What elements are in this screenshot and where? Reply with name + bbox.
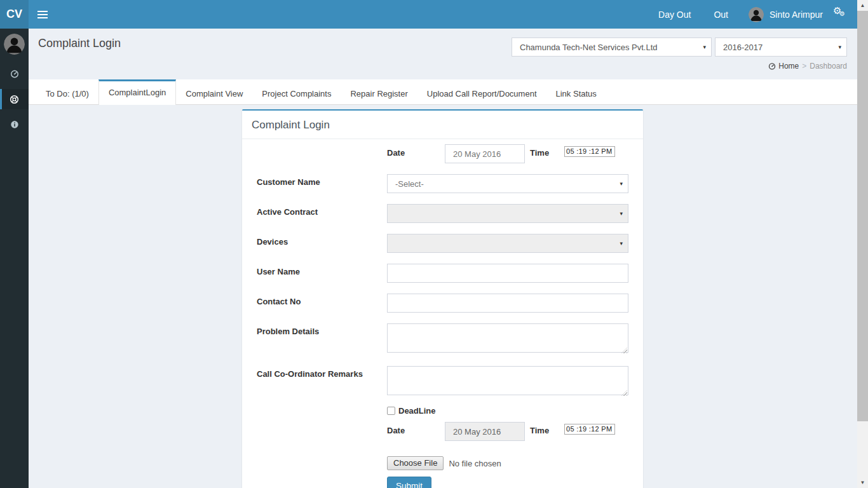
user-name-row: User Name [257,264,628,283]
problem-details-label: Problem Details [257,323,387,355]
date-time-row: Date Time 05 :19 :12 PM [387,144,628,163]
user-name-label: User Name [257,264,387,283]
time-label: Time [530,144,564,158]
chevron-down-icon: ▾ [620,180,623,187]
user-menu[interactable]: Sinto Arimpur [740,0,832,29]
deadline-checkbox[interactable] [387,407,395,415]
tab-link-status[interactable]: Link Status [546,79,606,105]
tab-bar: To Do: (1/0) ComplaintLogin Complaint Vi… [29,79,857,105]
sidebar-item-dashboard[interactable] [0,64,29,84]
deadline-date-time-row: Date Time 05 :19 :12 PM [387,422,628,441]
contact-no-input[interactable] [387,294,628,313]
company-select-value: Chamunda Tech-Net Services Pvt.Ltd [520,43,658,52]
chevron-down-icon: ▾ [620,210,623,217]
file-upload-row: Choose File No file chosen [387,456,628,470]
chevron-down-icon: ▾ [838,44,841,50]
sidebar-item-info[interactable] [0,114,29,135]
breadcrumb-current: Dashboard [810,62,847,71]
contact-no-row: Contact No [257,294,628,313]
choose-file-button[interactable]: Choose File [387,456,444,470]
date-input[interactable] [445,144,525,163]
contact-no-label: Contact No [257,294,387,313]
app-logo[interactable]: CV [0,0,29,29]
main-content: Complaint Login Chamunda Tech-Net Servic… [29,29,857,488]
deadline-date-label: Date [387,422,424,435]
breadcrumb: Home > Dashboard [768,62,847,71]
sidebar [0,29,29,488]
info-icon [10,120,19,129]
deadline-time-label: Time [530,422,564,435]
scroll-up-arrow-icon[interactable]: ▲ [857,0,868,11]
tab-repair-register[interactable]: Repair Register [341,79,417,105]
submit-row: Submit [387,477,628,488]
date-label: Date [387,144,424,158]
active-contract-row: Active Contract ▾ [257,204,628,223]
app-root: CV Day Out Out Sinto Arimpur ⚙ ⚙ [0,0,868,488]
dashboard-icon [768,62,776,70]
customer-name-select-value: -Select- [395,179,424,189]
user-name: Sinto Arimpur [770,10,823,20]
breadcrumb-home-label: Home [778,62,799,71]
vertical-scrollbar[interactable]: ▲ ▼ [857,0,868,488]
customer-name-row: Customer Name -Select- ▾ [257,174,628,193]
problem-details-textarea[interactable] [387,323,628,353]
sidebar-toggle-button[interactable] [29,0,57,29]
devices-select: ▾ [387,234,628,253]
settings-button[interactable]: ⚙ ⚙ [832,0,850,29]
breadcrumb-separator: > [802,62,806,71]
active-contract-select: ▾ [387,204,628,223]
navbar-right: Day Out Out Sinto Arimpur ⚙ ⚙ [647,0,850,29]
time-widget[interactable]: 05 :19 :12 PM [564,146,615,157]
tab-todo[interactable]: To Do: (1/0) [36,79,98,105]
submit-button[interactable]: Submit [387,477,431,488]
hamburger-icon [37,11,48,18]
remarks-textarea[interactable] [387,366,628,395]
active-contract-label: Active Contract [257,204,387,223]
customer-name-select[interactable]: -Select- ▾ [387,174,628,193]
sidebar-avatar[interactable] [4,34,25,55]
day-out-link[interactable]: Day Out [647,0,702,29]
remarks-row: Call Co-Ordinator Remarks [257,366,628,398]
gear-small-icon: ⚙ [839,10,845,17]
chevron-down-icon: ▾ [703,44,706,50]
devices-label: Devices [257,234,387,253]
scroll-down-arrow-icon[interactable]: ▼ [857,477,868,488]
out-link[interactable]: Out [702,0,740,29]
user-name-input[interactable] [387,264,628,283]
file-status-text: No file chosen [449,459,501,468]
financial-year-select[interactable]: 2016-2017 ▾ [715,37,847,57]
customer-name-label: Customer Name [257,174,387,193]
complaint-login-panel: Complaint Login Date Time 05 :19 :12 PM … [242,109,643,488]
breadcrumb-home-link[interactable]: Home [768,62,799,71]
top-navbar: CV Day Out Out Sinto Arimpur ⚙ ⚙ [0,0,857,29]
sidebar-item-support-active[interactable] [0,89,29,109]
chevron-down-icon: ▾ [620,240,623,247]
remarks-label: Call Co-Ordinator Remarks [257,366,387,398]
tab-complaint-view[interactable]: Complaint View [176,79,252,105]
page-title: Complaint Login [38,37,121,50]
scrollbar-thumb[interactable] [857,11,868,421]
year-select-value: 2016-2017 [723,43,763,52]
panel-body: Date Time 05 :19 :12 PM Customer Name -S… [242,139,643,488]
deadline-time-widget[interactable]: 05 :19 :12 PM [564,424,615,435]
deadline-label: DeadLine [398,406,436,416]
user-avatar [749,7,764,22]
tab-complaint-login[interactable]: ComplaintLogin [98,79,176,105]
tab-upload-call-report[interactable]: Upload Call Report/Document [417,79,546,105]
panel-heading: Complaint Login [242,111,643,139]
dashboard-icon [10,69,19,78]
deadline-date-input [445,422,525,441]
tab-project-complaints[interactable]: Project Complaints [252,79,341,105]
life-ring-icon [10,95,19,104]
devices-row: Devices ▾ [257,234,628,253]
deadline-row: DeadLine [387,406,628,416]
company-select[interactable]: Chamunda Tech-Net Services Pvt.Ltd ▾ [512,37,712,57]
problem-details-row: Problem Details [257,323,628,355]
